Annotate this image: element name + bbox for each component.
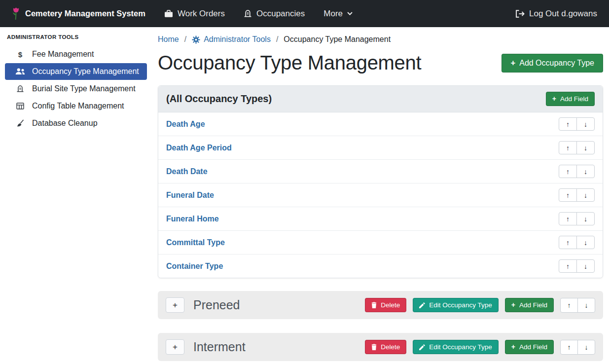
page-title: Occupancy Type Management (158, 52, 421, 73)
edit-occupancy-type-button[interactable]: Edit Occupancy Type (413, 340, 498, 354)
move-down-button[interactable]: ↓ (576, 236, 595, 249)
field-row: Death Age Period ↑ ↓ (158, 136, 603, 160)
card-header: (All Occupancy Types) + Add Field (158, 86, 603, 112)
main-content: Home / Administrator Tools (152, 27, 609, 364)
add-field-button[interactable]: + Add Field (546, 92, 595, 106)
add-field-button[interactable]: + Add Field (505, 340, 554, 354)
sidebar-item-burial-site-type-management[interactable]: Burial Site Type Management (5, 80, 147, 97)
move-up-button[interactable]: ↑ (560, 340, 578, 355)
field-link[interactable]: Death Age Period (166, 144, 232, 152)
arrow-down-icon: ↓ (584, 168, 587, 176)
arrow-up-icon: ↑ (566, 191, 570, 199)
add-field-button[interactable]: + Add Field (505, 298, 554, 312)
arrow-down-icon: ↓ (584, 144, 587, 152)
nav-occupancies-label: Occupancies (256, 9, 305, 19)
field-link[interactable]: Funeral Date (166, 191, 214, 200)
nav-work-orders-label: Work Orders (178, 9, 225, 19)
add-field-label: Add Field (519, 301, 547, 309)
edit-occupancy-type-label: Edit Occupancy Type (429, 301, 492, 309)
broom-icon (15, 119, 26, 127)
trash-icon (371, 302, 377, 308)
breadcrumb-admin-tools[interactable]: Administrator Tools (192, 35, 271, 44)
expand-section-button[interactable]: + (166, 297, 184, 313)
section-title: Interment (193, 340, 246, 354)
trash-icon (371, 344, 377, 350)
breadcrumb: Home / Administrator Tools (158, 35, 603, 44)
arrow-up-icon: ↑ (566, 215, 570, 223)
card-title: (All Occupancy Types) (166, 93, 272, 105)
move-up-button[interactable]: ↑ (559, 141, 577, 154)
sidebar-item-config-table-management[interactable]: Config Table Management (5, 98, 147, 114)
field-row: Funeral Home ↑ ↓ (158, 207, 603, 231)
reorder-buttons: ↑ ↓ (560, 298, 595, 313)
reorder-buttons: ↑ ↓ (559, 141, 595, 154)
breadcrumb-current: Occupancy Type Management (284, 35, 391, 44)
reorder-buttons: ↑ ↓ (559, 259, 595, 273)
chevron-down-icon (347, 12, 353, 15)
flower-logo-icon (12, 7, 20, 20)
move-up-button[interactable]: ↑ (559, 165, 577, 178)
delete-button[interactable]: Delete (365, 340, 406, 354)
move-down-button[interactable]: ↓ (576, 141, 595, 154)
breadcrumb-separator: / (184, 35, 186, 44)
field-link[interactable]: Death Age (166, 120, 205, 129)
headstone-icon (244, 9, 252, 18)
logout-link[interactable]: Log Out d.gowans (515, 9, 597, 19)
nav-more[interactable]: More (323, 9, 353, 19)
reorder-buttons: ↑ ↓ (559, 236, 595, 249)
move-up-button[interactable]: ↑ (559, 117, 577, 131)
reorder-buttons: ↑ ↓ (559, 212, 595, 225)
move-up-button[interactable]: ↑ (559, 212, 577, 225)
expand-section-button[interactable]: + (166, 339, 184, 355)
move-down-button[interactable]: ↓ (577, 298, 595, 313)
plus-icon: + (173, 342, 178, 352)
nav-work-orders[interactable]: Work Orders (164, 9, 225, 19)
move-down-button[interactable]: ↓ (577, 340, 595, 355)
plus-icon: + (552, 95, 556, 102)
app-brand[interactable]: Cemetery Management System (12, 7, 145, 20)
move-up-button[interactable]: ↑ (559, 188, 577, 202)
add-field-label: Add Field (560, 95, 588, 103)
sidebar-item-occupancy-type-management[interactable]: Occupancy Type Management (5, 63, 147, 80)
edit-occupancy-type-button[interactable]: Edit Occupancy Type (413, 298, 498, 312)
arrow-down-icon: ↓ (584, 120, 587, 128)
headstone-icon (15, 85, 26, 93)
move-down-button[interactable]: ↓ (576, 117, 595, 131)
field-row: Death Date ↑ ↓ (158, 160, 603, 183)
logout-label: Log Out d.gowans (529, 9, 597, 19)
sidebar-item-database-cleanup[interactable]: Database Cleanup (5, 115, 147, 132)
toolbox-icon (164, 10, 173, 18)
delete-label: Delete (381, 301, 400, 309)
move-down-button[interactable]: ↓ (576, 212, 595, 225)
nav-occupancies[interactable]: Occupancies (244, 9, 305, 19)
sidebar-item-label: Database Cleanup (32, 119, 98, 128)
field-row: Committal Type ↑ ↓ (158, 231, 603, 255)
plus-icon: + (510, 59, 515, 68)
delete-button[interactable]: Delete (365, 298, 406, 312)
table-icon (15, 103, 26, 109)
sidebar-item-label: Fee Management (32, 50, 94, 59)
pencil-icon (419, 302, 425, 308)
sidebar-item-fee-management[interactable]: $ Fee Management (5, 46, 147, 63)
move-down-button[interactable]: ↓ (576, 259, 595, 273)
breadcrumb-home[interactable]: Home (158, 35, 179, 44)
field-link[interactable]: Funeral Home (166, 215, 219, 223)
move-up-button[interactable]: ↑ (559, 259, 577, 273)
arrow-down-icon: ↓ (585, 343, 588, 351)
move-up-button[interactable]: ↑ (560, 298, 578, 313)
sidebar: ADMINISTRATOR TOOLS $ Fee Management Occ… (0, 27, 152, 364)
app-title: Cemetery Management System (25, 9, 145, 18)
section-actions: Delete Edit Occupancy Type + Add Field (365, 298, 595, 313)
reorder-buttons: ↑ ↓ (560, 340, 595, 355)
field-link[interactable]: Container Type (166, 262, 223, 271)
pencil-icon (419, 344, 425, 350)
main-nav: Work Orders Occupancies More (164, 9, 353, 19)
section-actions: Delete Edit Occupancy Type + Add Field (365, 340, 595, 355)
move-up-button[interactable]: ↑ (559, 236, 577, 249)
move-down-button[interactable]: ↓ (576, 188, 595, 202)
field-link[interactable]: Death Date (166, 167, 208, 176)
add-occupancy-type-button[interactable]: + Add Occupancy Type (502, 54, 603, 73)
logout-icon (515, 10, 525, 18)
field-link[interactable]: Committal Type (166, 238, 225, 247)
move-down-button[interactable]: ↓ (576, 165, 595, 178)
